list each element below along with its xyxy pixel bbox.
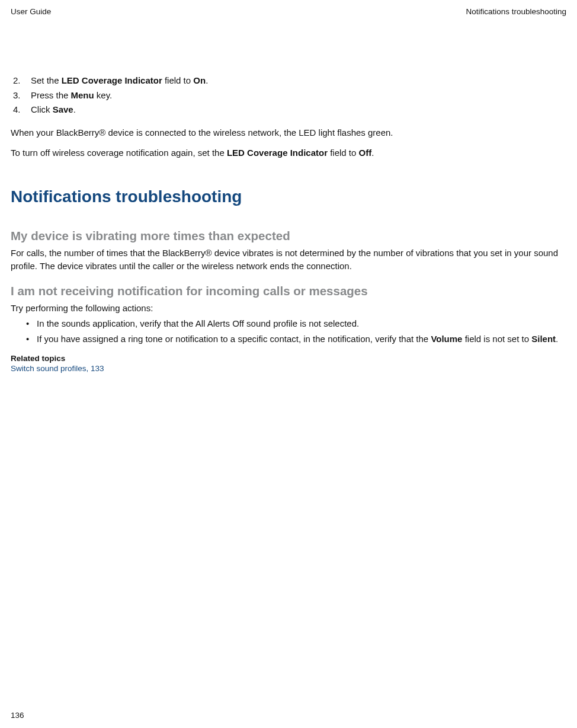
step-text: Click Save. [31, 103, 76, 117]
paragraph: Try performing the following actions: [11, 302, 566, 315]
bullet-list: In the sounds application, verify that t… [26, 317, 566, 346]
step-item: 3. Press the Menu key. [13, 89, 566, 103]
heading-2: I am not receiving notification for inco… [11, 284, 566, 298]
related-topic-link[interactable]: Switch sound profiles, 133 [11, 364, 566, 373]
step-item: 2. Set the LED Coverage Indicator field … [13, 74, 566, 88]
step-text: Set the LED Coverage Indicator field to … [31, 74, 208, 88]
heading-2: My device is vibrating more times than e… [11, 229, 566, 243]
step-number: 3. [13, 89, 31, 103]
step-number: 2. [13, 74, 31, 88]
page-number: 136 [11, 711, 24, 720]
header-left: User Guide [11, 7, 51, 16]
heading-1: Notifications troubleshooting [11, 187, 566, 206]
paragraph: When your BlackBerry® device is connecte… [11, 126, 566, 140]
list-item: In the sounds application, verify that t… [26, 317, 566, 330]
related-topics-heading: Related topics [11, 354, 566, 363]
page: User Guide Notifications troubleshooting… [0, 0, 577, 728]
paragraph: For calls, the number of times that the … [11, 247, 566, 273]
header-right: Notifications troubleshooting [466, 7, 566, 16]
page-header: User Guide Notifications troubleshooting [11, 7, 566, 16]
step-number: 4. [13, 103, 31, 117]
list-item: If you have assigned a ring tone or noti… [26, 333, 566, 346]
step-item: 4. Click Save. [13, 103, 566, 117]
step-text: Press the Menu key. [31, 89, 112, 103]
steps-list: 2. Set the LED Coverage Indicator field … [13, 74, 566, 117]
paragraph: To turn off wireless coverage notificati… [11, 146, 566, 160]
